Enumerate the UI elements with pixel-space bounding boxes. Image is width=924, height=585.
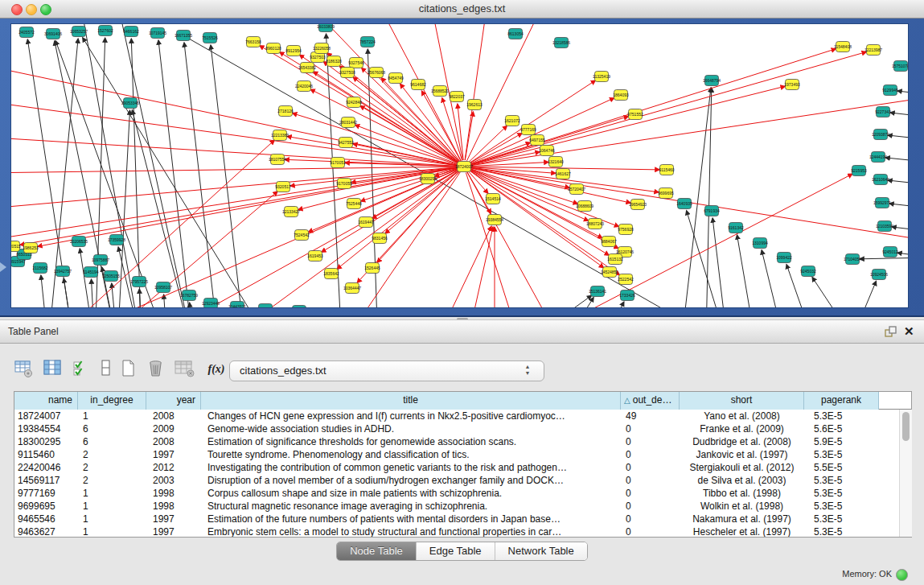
graph-node[interactable]: 16543382 (298, 63, 316, 73)
window-titlebar[interactable]: citations_edges.txt (0, 0, 924, 19)
graph-node[interactable]: 12213987 (864, 45, 882, 56)
table-row[interactable]: 969969511998Structural magnetic resonanc… (14, 500, 911, 513)
graph-node[interactable]: 7524542 (294, 230, 310, 241)
table-select-dropdown[interactable]: citations_edges.txt (229, 360, 544, 381)
graph-node[interactable]: 9699695 (658, 188, 674, 199)
graph-node[interactable]: 1145194 (83, 267, 98, 278)
scrollbar-thumb[interactable] (902, 412, 910, 441)
graph-node[interactable]: 9831456 (372, 233, 388, 244)
graph-node[interactable]: 18107554 (269, 154, 286, 165)
graph-node[interactable]: 8454749 (388, 73, 404, 84)
graph-node[interactable]: 11325419 (593, 72, 610, 82)
graph-node[interactable]: 7525448 (346, 199, 362, 209)
graph-node[interactable]: 2522542 (618, 274, 634, 285)
graph-node[interactable]: 6497155 (529, 135, 545, 146)
graph-node[interactable]: 1461627 (555, 169, 571, 179)
graph-node[interactable]: 1527602 (97, 26, 113, 36)
graph-node[interactable]: 12213383 (271, 130, 289, 141)
graph-node[interactable]: 28031442 (339, 117, 357, 128)
graph-node[interactable]: 10975887 (92, 255, 109, 266)
graph-node[interactable]: 1733426 (619, 290, 635, 301)
select-columns-icon[interactable] (42, 357, 64, 381)
close-icon[interactable]: ✕ (904, 323, 914, 340)
table-row[interactable]: 946362711997Embryonic stem cells: a mode… (14, 525, 911, 538)
graph-node[interactable]: 10958107 (154, 282, 172, 293)
node-table[interactable]: namein_degreeyeartitle△out_de…shortpager… (14, 391, 912, 538)
graph-node[interactable]: 16648794 (703, 76, 721, 86)
column-header-in_degree[interactable]: in_degree (78, 392, 146, 410)
graph-node[interactable]: 13226058 (313, 43, 331, 54)
graph-node[interactable]: 30691406 (44, 29, 62, 39)
graph-node[interactable]: 9327546 (348, 58, 364, 68)
graph-node[interactable]: 9227343 (875, 107, 891, 117)
graph-node[interactable]: 12923446 (202, 299, 220, 308)
graph-node[interactable]: 9242848 (346, 97, 362, 108)
delete-icon[interactable] (145, 357, 167, 381)
delete-table-icon[interactable] (174, 357, 196, 381)
graph-node[interactable]: 9245032 (800, 266, 816, 277)
graph-node[interactable]: 25676068 (368, 68, 385, 78)
graph-node[interactable]: 1962613 (466, 100, 483, 110)
graph-node[interactable]: 8960128 (265, 43, 281, 54)
graph-node[interactable]: 10688609 (576, 201, 593, 212)
graph-node[interactable]: 9161342 (728, 223, 744, 233)
column-header-short[interactable]: short (680, 392, 804, 410)
new-document-icon[interactable] (117, 357, 140, 381)
graph-node[interactable]: 10443921 (228, 302, 246, 308)
graph-node[interactable]: 1864093 (613, 90, 629, 101)
table-row[interactable]: 1456911722003Disruption of a novel membe… (14, 474, 911, 487)
graph-node[interactable]: 22420046 (295, 81, 313, 92)
table-row[interactable]: 977716911998Corpus callosum shape and si… (14, 487, 911, 500)
table-row[interactable]: 1938455462009Genome-wide association stu… (14, 422, 911, 435)
graph-node[interactable]: 8613054 (507, 29, 524, 39)
graph-node[interactable]: 7857224 (359, 37, 376, 47)
graph-node[interactable]: 29053346 (121, 98, 139, 109)
graph-node[interactable]: 1619453 (307, 251, 323, 262)
table-row[interactable]: 1872400712008Changes of HCN gene express… (14, 410, 911, 422)
table-row[interactable]: 1830029562008Estimation of significance … (14, 435, 911, 448)
graph-node[interactable]: 9215953 (851, 166, 867, 176)
network-canvas[interactable]: 1872400724055723069140610653257152760264… (11, 24, 908, 307)
graph-node[interactable]: 1619447 (358, 217, 374, 228)
graph-node[interactable]: 8912954 (285, 46, 302, 56)
graph-node[interactable]: 9320515 (11, 241, 21, 252)
graph-node[interactable]: 13942757 (54, 266, 72, 277)
select-all-icon[interactable] (71, 357, 93, 381)
column-icon[interactable] (95, 357, 117, 381)
graph-node[interactable]: 17104054 (844, 254, 861, 265)
graph-node[interactable]: 1835642 (323, 269, 339, 279)
table-row[interactable]: 2242004622012Investigating the contribut… (14, 461, 911, 474)
column-header-out_de[interactable]: △out_de… (621, 392, 680, 410)
graph-node[interactable]: 9756928 (618, 225, 634, 235)
graph-node[interactable]: 8186328 (326, 56, 342, 67)
graph-node[interactable]: 15992971 (873, 198, 891, 208)
tab-edge-table[interactable]: Edge Table (417, 542, 495, 560)
graph-node[interactable]: 12133427 (282, 207, 300, 217)
graph-node[interactable]: 10653257 (70, 27, 88, 37)
graph-node[interactable]: 9245012 (882, 247, 898, 257)
graph-node[interactable]: 1099422 (776, 253, 792, 263)
graph-node[interactable]: 9751552 (627, 109, 643, 120)
column-header-pagerank[interactable]: pagerank (804, 392, 879, 410)
graph-node[interactable]: 14524851 (601, 267, 618, 278)
graph-node[interactable]: 12444194 (869, 152, 887, 163)
tab-node-table[interactable]: Node Table (337, 542, 417, 560)
graph-node[interactable]: 9777169 (520, 125, 536, 135)
graph-node[interactable]: 2115682 (32, 263, 47, 274)
graph-node[interactable]: 9170055 (336, 179, 352, 189)
tab-network-table[interactable]: Network Table (495, 542, 587, 560)
graph-node[interactable]: 18300295 (419, 174, 437, 184)
graph-node[interactable]: 1310994 (752, 238, 768, 249)
graph-node[interactable]: 16945223 (290, 306, 308, 308)
graph-node[interactable]: 19654923 (629, 200, 647, 210)
graph-node[interactable]: 15720407 (568, 184, 585, 195)
column-header-name[interactable]: name (14, 392, 78, 410)
graph-node[interactable]: 7663158 (245, 37, 261, 47)
column-header-title[interactable]: title (201, 392, 621, 410)
graph-node[interactable]: 15751074 (892, 61, 908, 72)
graph-node[interactable]: 16210643 (872, 175, 889, 185)
graph-node[interactable]: 9320517 (275, 182, 291, 192)
graph-node[interactable]: 17359928 (108, 235, 125, 245)
table-row[interactable]: 911546021997Tourette syndrome. Phenomeno… (14, 448, 911, 461)
graph-node[interactable]: 16671355 (175, 31, 192, 41)
